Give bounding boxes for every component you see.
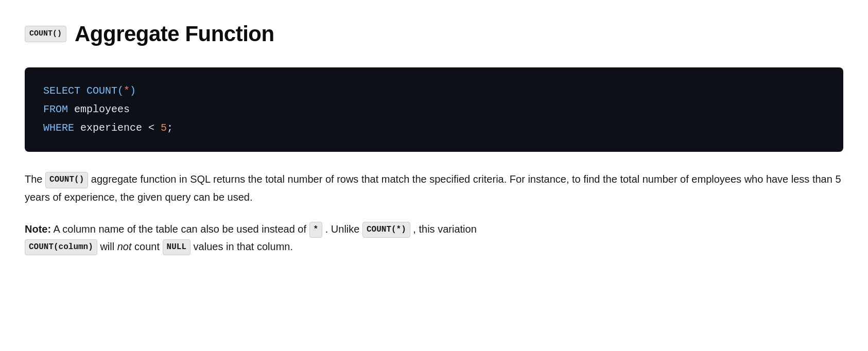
inline-code-star: *: [309, 222, 323, 238]
fn-count: COUNT(: [86, 85, 124, 97]
inline-code-null: NULL: [163, 239, 190, 255]
semicolon: ;: [167, 122, 173, 134]
page-title: Aggregate Function: [75, 16, 274, 51]
where-clause: experience <: [74, 122, 161, 134]
code-line-3: WHERE experience < 5;: [43, 119, 825, 137]
table-name: employees: [68, 103, 130, 115]
note-text1: A column name of the table can also be u…: [54, 223, 309, 235]
page-header: COUNT() Aggregate Function: [25, 16, 843, 51]
fn-star: *: [124, 85, 130, 97]
code-line-2: FROM employees: [43, 100, 825, 119]
note-label: Note:: [25, 223, 51, 235]
note-text2: . Unlike: [325, 223, 362, 235]
note-text3: , this variation: [413, 223, 476, 235]
code-line-1: SELECT COUNT(*): [43, 82, 825, 100]
keyword-from: FROM: [43, 103, 68, 115]
code-block: SELECT COUNT(*) FROM employees WHERE exp…: [25, 67, 843, 152]
inline-code-count-col: COUNT(column): [25, 239, 97, 255]
num-value: 5: [161, 122, 167, 134]
note-text4: will: [100, 241, 117, 252]
note-paragraph: Note: A column name of the table can als…: [25, 220, 843, 256]
note-text5: count: [134, 241, 162, 252]
keyword-select: SELECT: [43, 85, 80, 97]
inline-code-count-star: COUNT(*): [362, 222, 410, 238]
fn-close: ): [130, 85, 136, 97]
note-italic: not: [117, 241, 132, 252]
description-paragraph-1: The COUNT() aggregate function in SQL re…: [25, 170, 843, 205]
keyword-where: WHERE: [43, 122, 74, 134]
note-text6: values in that column.: [194, 241, 293, 252]
desc-post: aggregate function in SQL returns the to…: [25, 173, 841, 202]
desc-pre: The: [25, 173, 42, 185]
inline-code-count: COUNT(): [45, 172, 88, 188]
count-badge: COUNT(): [25, 26, 66, 42]
